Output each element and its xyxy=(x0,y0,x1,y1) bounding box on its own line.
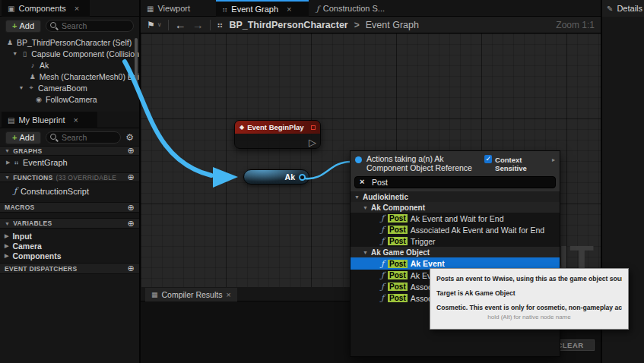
chevron-down-icon[interactable]: ▼ xyxy=(363,205,368,210)
forward-arrow-icon[interactable]: → xyxy=(192,18,204,31)
tree-item-cameraboom[interactable]: ▼ ⌖ CameraBoom xyxy=(0,82,139,93)
tab-compiler-results[interactable]: ▦ Compiler Results × xyxy=(145,288,237,301)
divider xyxy=(168,20,169,30)
node-title: Event BeginPlay xyxy=(247,123,303,131)
add-variable-icon[interactable]: ⊕ xyxy=(127,219,135,229)
function-icon: ƒ xyxy=(381,259,384,269)
breadcrumb-current[interactable]: Event Graph xyxy=(366,20,419,30)
section-variables[interactable]: ▼ VARIABLES ⊕ xyxy=(0,218,139,229)
person-icon: ♟ xyxy=(6,39,14,46)
chevron-right-icon[interactable]: ▶ xyxy=(5,233,8,239)
back-arrow-icon[interactable]: ← xyxy=(175,18,186,31)
graph-toolbar: ⚑ ∨ ← → ⠶ BP_ThirdPersonCharacter > Even… xyxy=(141,17,601,33)
tree-item-self[interactable]: ♟ BP_ThirdPersonCharacter (Self) xyxy=(0,36,139,48)
menu-item-post-ak-event-wait[interactable]: ƒ Post Ak Event and Wait for End xyxy=(351,213,560,224)
add-macro-icon[interactable]: ⊕ xyxy=(127,203,135,213)
section-label: GRAPHS xyxy=(13,147,42,155)
node-event-beginplay[interactable]: ◆ Event BeginPlay ▷ xyxy=(234,120,321,149)
menu-category-ak-component[interactable]: ▼ Ak Component xyxy=(351,202,560,213)
chevron-down-icon[interactable]: ▼ xyxy=(12,51,18,56)
node-label: Ak xyxy=(285,172,295,182)
close-icon[interactable]: × xyxy=(74,115,78,125)
chevron-down-icon[interactable]: ▼ xyxy=(363,250,368,255)
node-get-ak[interactable]: Ak xyxy=(243,169,309,185)
plus-icon: + xyxy=(12,21,17,30)
menu-category-ak-game-object[interactable]: ▼ Ak Game Object xyxy=(351,247,560,257)
tree-item-followcamera[interactable]: ◉ FollowCamera xyxy=(0,93,139,105)
viewport-icon: ▦ xyxy=(147,5,154,13)
menu-item-post-trigger[interactable]: ƒ Post Trigger xyxy=(351,235,560,247)
close-icon[interactable]: × xyxy=(287,5,291,14)
category-label: Components xyxy=(12,251,61,260)
add-button-label: Add xyxy=(19,133,34,142)
item-event-graph[interactable]: ▶ ⠶ EventGraph xyxy=(0,156,139,169)
context-sensitive-checkbox[interactable]: ✓ Context Sensitive ▸ xyxy=(484,154,555,172)
menu-category-audiokinetic[interactable]: ▼ Audiokinetic xyxy=(351,191,560,202)
tab-label: Viewport xyxy=(157,4,190,13)
add-dispatcher-icon[interactable]: ⊕ xyxy=(127,264,135,273)
tree-item-label: Capsule Component (Collision xyxy=(31,49,139,58)
chevron-right-icon[interactable]: ▶ xyxy=(6,159,10,166)
chevron-down-icon[interactable]: ∨ xyxy=(157,21,162,28)
bookmark-icon[interactable]: ⚑ xyxy=(147,20,155,30)
category-camera[interactable]: ▶ Camera xyxy=(0,241,139,251)
chevron-right-icon[interactable]: ▶ xyxy=(5,243,8,249)
my-blueprint-search xyxy=(46,131,121,144)
tab-my-blueprint[interactable]: ▤ My Blueprint × xyxy=(2,112,97,128)
category-input[interactable]: ▶ Input xyxy=(0,231,139,241)
object-output-pin[interactable] xyxy=(299,174,306,181)
clear-search-icon[interactable]: × xyxy=(360,177,364,186)
ak-audio-icon: ♪ xyxy=(29,62,36,69)
close-icon[interactable]: × xyxy=(75,4,79,13)
graph-tabbar: ▦ Viewport ⠶ Event Graph × ƒ Constructio… xyxy=(141,0,601,17)
menu-item-post-associated-wait[interactable]: ƒ Post Associated Ak Event and Wait for … xyxy=(351,224,560,235)
exec-output-pin[interactable]: ▷ xyxy=(309,137,316,147)
section-functions[interactable]: ▼ FUNCTIONS (33 OVERRIDABLE ⊕ xyxy=(0,172,139,182)
my-blueprint-tabbar: ▤ My Blueprint × xyxy=(0,112,139,128)
components-scrollbar[interactable] xyxy=(135,38,138,85)
camera-icon: ◉ xyxy=(35,96,43,103)
add-graph-icon[interactable]: ⊕ xyxy=(127,146,135,156)
function-icon: ƒ xyxy=(381,282,384,292)
zoom-level-label: Zoom 1:1 xyxy=(556,20,595,30)
section-graphs[interactable]: ▼ GRAPHS ⊕ xyxy=(0,146,139,156)
chevron-right-icon[interactable]: ▶ xyxy=(5,253,8,259)
breadcrumb-separator: > xyxy=(354,20,360,30)
details-icon: ✎ xyxy=(607,5,613,13)
tooltip-line: Target is Ak Game Object xyxy=(436,289,622,297)
section-event-dispatchers[interactable]: EVENT DISPATCHERS ⊕ xyxy=(0,263,139,274)
tooltip-footnote: hold (Alt) for native node name xyxy=(436,314,622,320)
tab-event-graph[interactable]: ⠶ Event Graph × xyxy=(216,0,309,17)
tab-viewport[interactable]: ▦ Viewport xyxy=(141,0,214,17)
add-function-icon[interactable]: ⊕ xyxy=(127,172,135,182)
delegate-pin-icon[interactable] xyxy=(311,125,316,130)
breadcrumb-root[interactable]: BP_ThirdPersonCharacter xyxy=(229,20,347,30)
menu-search: × xyxy=(354,176,556,188)
tab-components[interactable]: ▣ Components × xyxy=(2,0,90,17)
category-components[interactable]: ▶ Components xyxy=(0,251,139,260)
tree-item-label: Mesh (CharacterMesh0) Edi xyxy=(40,72,139,81)
item-label: ConstructionScript xyxy=(21,187,89,196)
gear-icon[interactable]: ⚙ xyxy=(125,132,134,143)
menu-search-input[interactable] xyxy=(354,176,556,188)
add-component-button[interactable]: + Add xyxy=(5,20,41,33)
chevron-down-icon[interactable]: ▼ xyxy=(354,194,360,200)
unreal-blueprint-editor: ▣ Components × + Add ♟ BP_ThirdPersonCha… xyxy=(0,0,644,363)
add-blueprint-button[interactable]: + Add xyxy=(5,131,41,144)
tree-item-mesh[interactable]: ♟ Mesh (CharacterMesh0) Edi xyxy=(0,71,139,82)
tree-item-ak[interactable]: ♪ Ak xyxy=(0,59,139,71)
checkbox-check-icon[interactable]: ✓ xyxy=(484,155,492,163)
section-macros[interactable]: MACROS ⊕ xyxy=(0,202,139,213)
checkbox-label: Context Sensitive xyxy=(495,156,549,172)
components-search-input[interactable] xyxy=(46,20,134,32)
tree-item-capsule[interactable]: ▼ ▯ Capsule Component (Collision xyxy=(0,48,139,59)
compiler-icon: ▦ xyxy=(151,291,158,298)
section-label: VARIABLES xyxy=(13,219,52,227)
item-construction-script[interactable]: ƒ ConstructionScript xyxy=(0,185,139,197)
chevron-down-icon[interactable]: ▼ xyxy=(18,85,24,90)
search-match-chip: Post xyxy=(388,237,408,245)
close-icon[interactable]: × xyxy=(226,290,230,299)
tab-construction-script[interactable]: ƒ Construction S... xyxy=(310,0,394,17)
tab-details[interactable]: ✎ Details xyxy=(602,0,644,17)
overridable-badge: (33 OVERRIDABLE xyxy=(56,174,117,182)
